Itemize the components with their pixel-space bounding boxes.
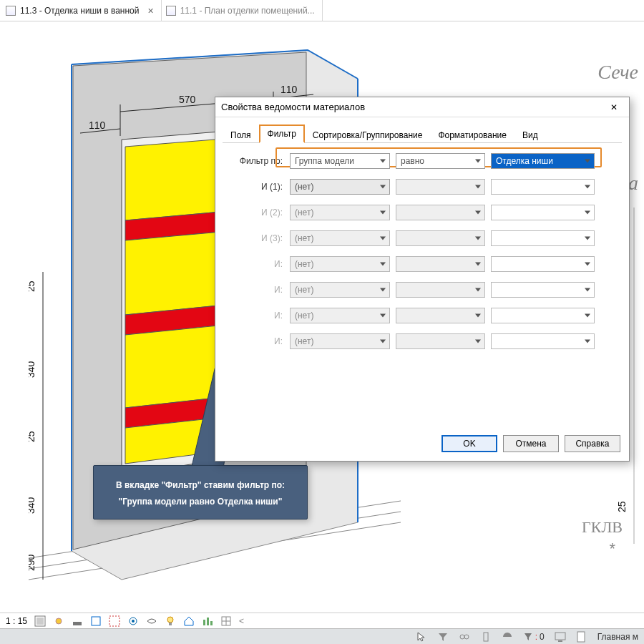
help-button[interactable]: Справка [565,435,620,452]
filter-field-select[interactable]: (нет) [290,308,390,323]
workset-label[interactable]: Главная м [597,632,638,642]
close-icon[interactable]: × [148,5,154,16]
light-icon[interactable] [165,615,176,627]
filter-row-3: И (3): (нет) [227,228,618,249]
filter-field-select[interactable]: (нет) [290,282,390,298]
tab-formatting[interactable]: Форматирование [430,127,514,143]
filter-operator-select[interactable] [396,256,485,272]
chevron-left-icon[interactable]: < [239,616,244,626]
graphic-display-icon[interactable] [34,615,46,627]
document-tab-active[interactable]: 11.3 - Отделка ниши в ванной × [1,0,162,21]
filter-field-select[interactable]: Группа модели [290,153,390,169]
filter-badge-icon [523,632,533,642]
crop-region-icon[interactable] [109,615,120,627]
shadow-icon[interactable] [72,615,83,627]
status-bar: :0 Главная м [0,628,644,644]
filter-row-0: Фильтр по: Группа модели равно Отделка н… [227,150,618,172]
ok-button[interactable]: OK [441,435,497,452]
svg-text:25: 25 [29,280,36,292]
scale-label[interactable]: 1 : 15 [6,616,27,626]
view-control-bar: 1 : 15 < [0,613,644,628]
filter-value-select[interactable] [491,333,595,349]
home-icon[interactable] [183,615,195,627]
dialog-body: Фильтр по: Группа модели равно Отделка н… [215,143,629,364]
svg-rect-32 [207,618,209,625]
filter-value-select[interactable] [491,205,595,220]
svg-text:25: 25 [29,431,36,442]
dialog-tabstrip: Поля Фильтр Сортировка/Группирование Фор… [223,125,622,143]
dialog-titlebar[interactable]: Свойства ведомости материалов ✕ [215,97,629,117]
bar-icon[interactable] [202,615,213,627]
svg-rect-42 [577,632,585,642]
dialog-title-text: Свойства ведомости материалов [221,102,365,112]
tab-label: 11.3 - Отделка ниши в ванной [20,6,140,16]
svg-rect-26 [109,616,119,626]
filter-row-5: И: (нет) [227,279,618,301]
filter-operator-select[interactable] [396,230,485,246]
select-icon[interactable] [416,631,427,643]
filter-label: И: [227,285,284,295]
svg-text:340: 340 [29,361,36,378]
filter-label: И (3): [227,233,284,243]
filter-value-select[interactable] [491,230,595,246]
document-tab-inactive[interactable]: 11.1 - План отделки помещений... [162,0,323,21]
tab-label: 11.1 - План отделки помещений... [180,6,315,16]
filter-label: И: [227,336,284,346]
filter-field-select[interactable]: (нет) [290,179,390,195]
dialog-button-row: OK Отмена Справка [441,435,620,452]
crop-icon[interactable] [90,615,102,627]
filter-label: И: [227,259,284,269]
monitor-icon[interactable] [555,631,566,643]
filter-icon[interactable] [437,631,449,643]
svg-rect-40 [555,633,565,640]
document-tab-bar: 11.3 - Отделка ниши в ванной × 11.1 - Пл… [0,0,644,21]
grid-icon[interactable] [220,615,232,627]
svg-point-28 [132,620,135,623]
filter-value-select[interactable]: Отделка ниши [491,153,595,169]
temp-hide-icon[interactable] [127,615,139,627]
filter-value-select[interactable] [491,179,595,195]
filter-value-select[interactable] [491,308,595,323]
filter-value-select[interactable] [491,282,595,298]
close-icon[interactable]: ✕ [605,99,623,115]
svg-rect-30 [169,623,172,625]
filter-operator-select[interactable] [396,333,485,349]
tab-sorting[interactable]: Сортировка/Группирование [305,127,431,143]
svg-rect-25 [92,617,100,625]
filter-value-select[interactable] [491,256,595,272]
schedule-properties-dialog: Свойства ведомости материалов ✕ Поля Фил… [215,97,630,462]
svg-rect-41 [558,640,562,642]
drag-icon[interactable] [480,631,492,643]
filter-operator-select[interactable] [396,179,485,195]
filter-field-select[interactable]: (нет) [290,205,390,220]
document-icon [6,6,16,16]
filter-operator-select[interactable] [396,308,485,323]
filter-operator-select[interactable]: равно [396,153,485,169]
filter-field-select[interactable]: (нет) [290,333,390,349]
sun-icon[interactable] [53,615,64,627]
svg-rect-31 [203,620,205,625]
filter-operator-select[interactable] [396,205,485,220]
filter-operator-select[interactable] [396,282,485,298]
svg-point-38 [464,635,469,639]
link-icon[interactable] [459,631,470,643]
svg-point-37 [460,635,464,639]
filter-row-1: И (1): (нет) [227,176,618,197]
cancel-button[interactable]: Отмена [503,435,559,452]
count-indicator: :0 [523,632,545,642]
half-icon[interactable] [502,631,513,643]
filter-field-select[interactable]: (нет) [290,230,390,246]
tab-view[interactable]: Вид [514,127,546,143]
svg-text:25: 25 [616,501,628,512]
tab-fields[interactable]: Поля [223,127,259,143]
svg-point-23 [56,618,62,624]
tab-filter[interactable]: Фильтр [259,125,305,143]
filter-field-select[interactable]: (нет) [290,256,390,272]
filter-label: Фильтр по: [227,156,284,166]
filter-row-2: И (2): (нет) [227,202,618,223]
reveal-icon[interactable] [146,615,157,627]
filter-label: И (1): [227,182,284,192]
sheet-icon[interactable] [576,631,587,643]
annotation-callout: В вкладке "Фильтр" ставим фильтр по: "Гр… [93,465,308,519]
document-icon [166,6,176,16]
